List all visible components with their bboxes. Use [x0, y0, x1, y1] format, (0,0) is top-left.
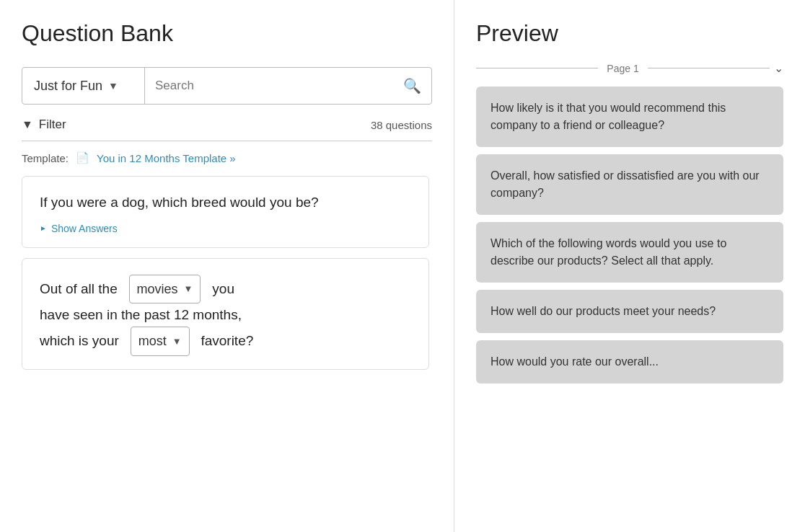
preview-q2-text: Overall, how satisfied or dissatisfied a… — [491, 169, 760, 199]
show-answers-button[interactable]: ► Show Answers — [40, 223, 118, 234]
question-card-2: Out of all the movies ▼ you have seen in… — [22, 258, 429, 370]
question-text-1: If you were a dog, which breed would you… — [40, 192, 411, 213]
q2-suffix: favorite? — [201, 333, 253, 348]
movies-value: movies — [137, 278, 178, 301]
page-label: Page 1 — [598, 63, 647, 74]
left-panel: Question Bank Just for Fun ▼ 🔍 ▼ Filter … — [0, 0, 454, 532]
preview-questions: How likely is it that you would recommen… — [476, 87, 783, 518]
most-dropdown[interactable]: most ▼ — [131, 327, 190, 356]
questions-list: If you were a dog, which breed would you… — [22, 176, 432, 518]
search-row: Just for Fun ▼ 🔍 — [22, 67, 432, 105]
movies-dropdown[interactable]: movies ▼ — [129, 275, 201, 304]
triangle-icon: ► — [40, 224, 47, 232]
movies-chevron-icon: ▼ — [184, 281, 193, 297]
category-label: Just for Fun — [34, 79, 102, 94]
filter-icon: ▼ — [22, 118, 33, 131]
q2-mid-1: you — [212, 281, 234, 296]
preview-card-5-partial: How would you rate our overall... — [476, 340, 783, 384]
most-value: most — [138, 330, 167, 353]
preview-q1-text: How likely is it that you would recommen… — [491, 102, 726, 131]
filter-label: Filter — [39, 118, 66, 132]
category-dropdown[interactable]: Just for Fun ▼ — [22, 68, 145, 104]
preview-card-4: How well do our products meet your needs… — [476, 290, 783, 333]
page-line-right — [648, 68, 770, 68]
most-chevron-icon: ▼ — [172, 334, 182, 350]
filter-button[interactable]: ▼ Filter — [22, 118, 66, 132]
template-link[interactable]: You in 12 Months Template » — [97, 152, 236, 164]
search-icon[interactable]: 🔍 — [403, 77, 421, 94]
search-input-wrap: 🔍 — [145, 68, 431, 104]
show-answers-label: Show Answers — [51, 223, 118, 234]
q2-prefix: Out of all the — [40, 281, 118, 296]
preview-card-1: How likely is it that you would recommen… — [476, 87, 783, 147]
question-text-2: Out of all the movies ▼ you have seen in… — [40, 275, 411, 356]
filter-row: ▼ Filter 38 questions — [22, 118, 432, 141]
page-chevron-icon[interactable]: ⌄ — [774, 61, 783, 75]
template-row: Template: 📄 You in 12 Months Template » — [22, 151, 432, 164]
q2-mid-2: have seen in the past 12 months, — [40, 307, 242, 322]
template-icon: 📄 — [76, 151, 89, 164]
questions-count: 38 questions — [371, 119, 432, 131]
page-indicator: Page 1 ⌄ — [476, 61, 783, 75]
preview-card-2: Overall, how satisfied or dissatisfied a… — [476, 154, 783, 215]
question-card-1: If you were a dog, which breed would you… — [22, 176, 429, 248]
preview-title: Preview — [476, 20, 783, 47]
preview-q5-text: How would you rate our overall... — [491, 355, 659, 368]
preview-q3-text: Which of the following words would you u… — [491, 237, 726, 267]
right-panel: Preview Page 1 ⌄ How likely is it that y… — [454, 0, 805, 532]
search-input[interactable] — [155, 79, 403, 93]
preview-card-3: Which of the following words would you u… — [476, 222, 783, 283]
q2-mid-3: which is your — [40, 333, 119, 348]
template-label: Template: — [22, 152, 69, 164]
category-chevron-icon: ▼ — [108, 80, 118, 92]
preview-q4-text: How well do our products meet your needs… — [491, 305, 716, 317]
page-title: Question Bank — [22, 20, 432, 47]
page-line-left — [476, 68, 598, 68]
